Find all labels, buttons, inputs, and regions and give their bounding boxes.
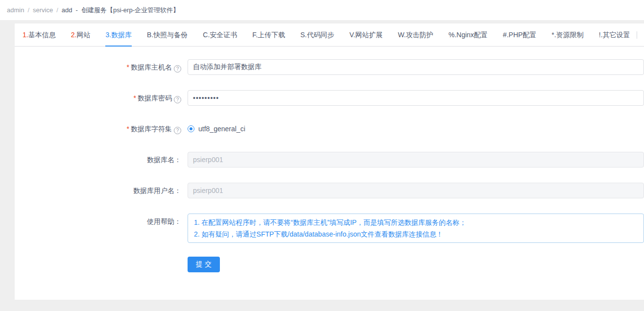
db-host-help-icon[interactable]: ? xyxy=(174,65,181,72)
db-name-label: 数据库名： xyxy=(15,152,188,167)
breadcrumb-item-add: add xyxy=(62,6,72,14)
db-charset-radio[interactable] xyxy=(188,125,194,132)
tab-snapshot-backup[interactable]: B.快照与备份 xyxy=(147,24,188,46)
breadcrumb-item-service[interactable]: service xyxy=(33,6,53,14)
tab-nginx-config[interactable]: %.Nginx配置 xyxy=(449,24,488,46)
tab-upload-download[interactable]: F.上传下载 xyxy=(252,24,285,46)
form-row-db-password: *数据库密码? xyxy=(15,90,644,106)
tab-label: 基本信息 xyxy=(28,31,56,39)
tab-label: 安全证书 xyxy=(210,31,237,39)
database-form: *数据库主机名? *数据库密码? *数据库字符集? utf8_gen xyxy=(15,47,644,300)
db-charset-radio-label[interactable]: utf8_general_ci xyxy=(198,125,245,133)
tab-bar: 1.基本信息 2.网站 3.数据库 B.快照与备份 C.安全证书 F.上传下载 … xyxy=(15,24,644,47)
tab-php-config[interactable]: #.PHP配置 xyxy=(503,24,536,46)
form-row-db-host: *数据库主机名? xyxy=(15,59,644,75)
breadcrumb-separator: / xyxy=(27,6,29,14)
db-password-help-icon[interactable]: ? xyxy=(174,96,181,103)
tab-website[interactable]: 2.网站 xyxy=(71,24,91,46)
db-charset-help-icon[interactable]: ? xyxy=(174,127,181,134)
page-title: 创建服务【psi-erp-企业管理软件】 xyxy=(81,6,179,15)
tab-label: 资源限制 xyxy=(556,31,584,39)
tab-bar-divider xyxy=(637,31,637,39)
tab-label: 代码同步 xyxy=(307,31,334,39)
breadcrumb-dash: - xyxy=(76,6,78,14)
breadcrumb-separator: / xyxy=(56,6,58,14)
tab-label: PHP配置 xyxy=(509,31,537,39)
form-row-db-username: 数据库用户名： xyxy=(15,183,644,198)
db-host-label: *数据库主机名? xyxy=(15,59,188,75)
db-password-input[interactable] xyxy=(188,90,644,106)
tab-attack-protection[interactable]: W.攻击防护 xyxy=(398,24,433,46)
usage-help-box: 1. 在配置网站程序时，请不要将“数据库主机”填写成IP，而是填写所选数据库服务… xyxy=(188,214,644,243)
breadcrumb-item-admin[interactable]: admin xyxy=(7,6,24,14)
tab-label: 网站 xyxy=(76,31,90,39)
tab-label: 数据库 xyxy=(111,31,132,39)
form-row-db-charset: *数据库字符集? utf8_general_ci xyxy=(15,121,644,137)
tab-database[interactable]: 3.数据库 xyxy=(105,24,132,46)
required-asterisk: * xyxy=(127,125,129,133)
main-panel: 1.基本信息 2.网站 3.数据库 B.快照与备份 C.安全证书 F.上传下载 … xyxy=(15,24,644,300)
db-name-input xyxy=(188,152,644,167)
usage-help-line-2: 2. 如有疑问，请通过SFTP下载/data/database-info.jso… xyxy=(194,228,638,240)
tab-ssl-cert[interactable]: C.安全证书 xyxy=(203,24,237,46)
submit-row: 提 交 xyxy=(188,257,644,300)
tab-other-settings[interactable]: !.其它设置 xyxy=(599,24,630,46)
tab-label: 上传下载 xyxy=(258,31,285,39)
radio-dot xyxy=(190,127,192,130)
breadcrumb: admin / service / add - 创建服务【psi-erp-企业管… xyxy=(0,0,644,20)
db-charset-label: *数据库字符集? xyxy=(15,121,188,137)
tab-basic-info[interactable]: 1.基本信息 xyxy=(23,24,56,46)
db-charset-radio-group: utf8_general_ci xyxy=(188,121,644,137)
tab-label: 快照与备份 xyxy=(153,31,188,39)
tab-label: 攻击防护 xyxy=(406,31,433,39)
form-row-usage-help: 使用帮助： 1. 在配置网站程序时，请不要将“数据库主机”填写成IP，而是填写所… xyxy=(15,214,644,243)
db-password-label: *数据库密码? xyxy=(15,90,188,106)
usage-help-line-1: 1. 在配置网站程序时，请不要将“数据库主机”填写成IP，而是填写所选数据库服务… xyxy=(194,216,638,228)
db-host-input[interactable] xyxy=(188,59,644,75)
db-username-input xyxy=(188,183,644,198)
submit-button[interactable]: 提 交 xyxy=(188,257,220,272)
tab-resource-limit[interactable]: *.资源限制 xyxy=(551,24,583,46)
tab-label: 网站扩展 xyxy=(355,31,382,39)
required-asterisk: * xyxy=(127,63,129,71)
tab-label: Nginx配置 xyxy=(456,31,488,39)
tab-site-extension[interactable]: V.网站扩展 xyxy=(349,24,382,46)
tab-code-sync[interactable]: S.代码同步 xyxy=(300,24,334,46)
usage-help-label: 使用帮助： xyxy=(15,214,188,229)
required-asterisk: * xyxy=(134,94,136,102)
tab-label: 其它设置 xyxy=(602,31,630,39)
db-username-label: 数据库用户名： xyxy=(15,183,188,198)
form-row-db-name: 数据库名： xyxy=(15,152,644,167)
